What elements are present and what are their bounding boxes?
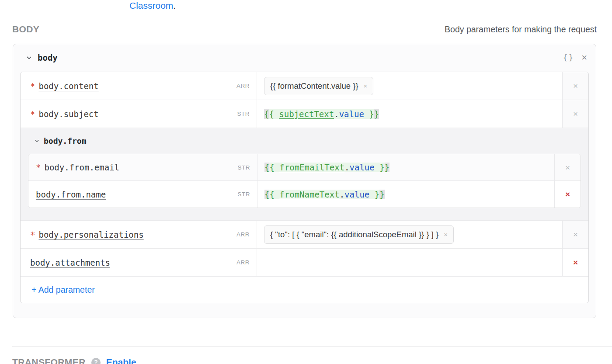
add-parameter-button[interactable]: + Add parameter (21, 277, 95, 303)
json-braces-icon[interactable]: {} (563, 53, 574, 62)
delete-row-button[interactable]: × (554, 181, 581, 208)
param-value-editor[interactable] (257, 249, 562, 276)
required-asterisk: * (30, 230, 35, 239)
param-name-from-email[interactable]: body.from.email (44, 163, 119, 172)
param-group-from: body.from * body.from.email STR {{ fromE… (21, 128, 588, 221)
body-root-row[interactable]: body {} × (13, 44, 596, 71)
group-header-from[interactable]: body.from (21, 128, 588, 154)
param-row-content: * body.content ARR {{ formatContent.valu… (21, 72, 588, 100)
type-badge-arr: ARR (236, 231, 250, 238)
chip-remove-icon[interactable]: × (444, 231, 448, 238)
delete-row-button[interactable]: × (562, 221, 588, 248)
add-parameter-row: + Add parameter (21, 277, 588, 303)
delete-row-icon: × (573, 110, 578, 118)
param-name-subject[interactable]: body.subject (38, 109, 98, 119)
required-asterisk: * (30, 81, 35, 91)
template-variable: fromEmailText (279, 163, 344, 172)
delete-row-button[interactable]: × (562, 72, 588, 100)
type-badge-str: STR (238, 191, 250, 198)
parameter-table: * body.content ARR {{ formatContent.valu… (20, 72, 589, 303)
template-expression: {{ fromEmailText.value }} (264, 163, 389, 172)
chevron-down-icon[interactable] (26, 55, 32, 61)
section-divider (12, 346, 612, 347)
param-name-cell: * body.subject STR (21, 100, 257, 128)
chip-remove-icon[interactable]: × (364, 83, 368, 89)
param-name-from-name[interactable]: body.from.name (36, 190, 106, 199)
enable-transformer-link[interactable]: Enable (106, 357, 136, 364)
param-value-editor[interactable]: {{ subjectText.value }} (257, 100, 562, 128)
value-chip: { "to": [ { "email": {{ additionalScopeE… (264, 225, 454, 244)
template-expression: {{ subjectText.value }} (264, 109, 379, 119)
required-asterisk: * (36, 163, 41, 172)
template-expression: {{ fromNameText.value }} (264, 190, 385, 199)
type-badge-arr: ARR (236, 259, 250, 266)
group-label-from: body.from (44, 136, 87, 146)
param-value-editor[interactable]: { "to": [ { "email": {{ additionalScopeE… (257, 221, 562, 248)
classroom-link-period: . (173, 0, 176, 10)
transformer-title: TRANSFORMER (12, 357, 86, 364)
param-value-editor[interactable]: {{ fromNameText.value }} (257, 181, 554, 208)
param-name-cell: body.from.name STR (28, 181, 257, 208)
param-name-personalizations[interactable]: body.personalizations (38, 230, 143, 239)
param-name-content[interactable]: body.content (38, 81, 98, 91)
request-editor-page: Classroom. BODY Body parameters for maki… (0, 0, 612, 364)
delete-row-icon-red: × (573, 258, 578, 267)
delete-row-button[interactable]: × (562, 249, 588, 276)
body-root-label: body (38, 53, 58, 62)
nested-parameter-table: * body.from.email STR {{ fromEmailText.v… (28, 154, 581, 208)
delete-row-icon-red: × (565, 190, 570, 198)
template-variable: fromNameText (279, 190, 339, 199)
param-row-from-name: body.from.name STR {{ fromNameText.value… (28, 181, 581, 208)
chevron-down-icon[interactable] (34, 138, 40, 144)
param-value-editor[interactable]: {{ fromEmailText.value }} (257, 154, 554, 180)
delete-row-icon: × (573, 230, 578, 239)
delete-row-icon: × (565, 163, 570, 172)
body-section-title: BODY (12, 24, 39, 35)
value-chip-text: {{ formatContent.value }} (270, 81, 358, 91)
delete-row-button[interactable]: × (554, 154, 581, 180)
value-chip-text: { "to": [ { "email": {{ additionalScopeE… (270, 230, 438, 239)
param-name-cell: body.attachments ARR (21, 249, 257, 276)
param-name-cell: * body.from.email STR (28, 154, 257, 180)
type-badge-arr: ARR (236, 83, 250, 89)
body-parameters-panel: body {} × * body.content ARR {{ formatCo… (13, 44, 596, 318)
delete-row-icon: × (573, 82, 578, 90)
param-name-attachments[interactable]: body.attachments (30, 258, 110, 267)
param-name-cell: * body.content ARR (21, 72, 257, 100)
body-section-header: BODY Body parameters for making the requ… (12, 24, 597, 35)
classroom-link-line: Classroom. (129, 0, 176, 11)
delete-row-button[interactable]: × (562, 100, 588, 128)
param-value-editor[interactable]: {{ formatContent.value }}× (257, 72, 562, 100)
param-name-cell: * body.personalizations ARR (21, 221, 257, 248)
body-section-description: Body parameters for making the request (445, 24, 597, 35)
value-chip: {{ formatContent.value }}× (264, 77, 373, 95)
transformer-section-header: TRANSFORMER ? Enable (12, 357, 136, 364)
param-row-personalizations: * body.personalizations ARR { "to": [ { … (21, 221, 588, 249)
param-row-attachments: body.attachments ARR × (21, 249, 588, 277)
close-icon[interactable]: × (581, 53, 587, 62)
param-row-subject: * body.subject STR {{ subjectText.value … (21, 100, 588, 128)
classroom-link[interactable]: Classroom (129, 0, 173, 10)
required-asterisk: * (30, 109, 35, 119)
type-badge-str: STR (238, 164, 250, 171)
param-row-from-email: * body.from.email STR {{ fromEmailText.v… (28, 154, 581, 181)
help-icon[interactable]: ? (91, 358, 101, 364)
type-badge-str: STR (237, 111, 250, 117)
template-variable: subjectText (279, 109, 334, 119)
